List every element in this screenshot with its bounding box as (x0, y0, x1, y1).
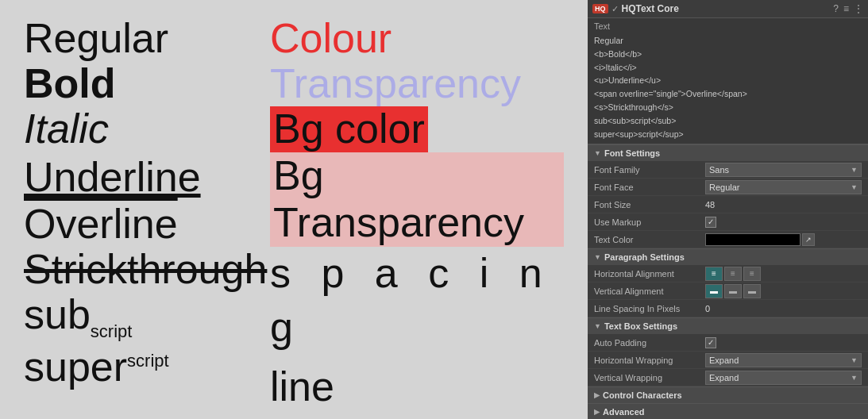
auto-padding-label: Auto Padding (594, 338, 705, 348)
v-align-middle-btn[interactable]: ▬ (724, 284, 742, 298)
text-color-row: Text Color ↗ (588, 231, 868, 248)
font-settings-arrow: ▼ (594, 149, 601, 157)
paragraph-settings-label: Paragraph Settings (604, 252, 685, 262)
font-face-dropdown[interactable]: Regular ▼ (705, 180, 862, 194)
font-family-row: Font Family Sans ▼ (588, 161, 868, 179)
h-align-label: Horizontal Alignment (594, 269, 705, 279)
text-demo: Regular Bold Italic Underline Overline S… (24, 16, 564, 419)
header-icons: ? ≡ ⋮ (833, 3, 863, 14)
demo-regular: Regular (24, 16, 270, 61)
font-size-label: Font Size (594, 200, 705, 210)
demo-strikethrough: Strickthrough (24, 247, 270, 292)
text-lines: Regular <b>Bold</b> <i>Italic</i> <u>Und… (594, 34, 862, 140)
panel-title: HQText Core (622, 3, 831, 14)
h-align-left-btn[interactable]: ≡ (705, 267, 723, 281)
left-panel: Regular Bold Italic Underline Overline S… (0, 0, 588, 419)
lock-icon[interactable]: ≡ (843, 3, 849, 14)
font-size-row: Font Size 48 (588, 196, 868, 213)
text-content-area: Text Regular <b>Bold</b> <i>Italic</i> <… (588, 18, 868, 144)
h-wrapping-label: Horizontal Wrapping (594, 356, 705, 365)
auto-padding-value: ✓ (705, 337, 862, 348)
h-wrapping-dropdown-arrow: ▼ (851, 356, 858, 364)
menu-icon[interactable]: ⋮ (854, 3, 863, 14)
font-face-dropdown-arrow: ▼ (851, 183, 858, 191)
control-chars-arrow: ▶ (594, 391, 600, 399)
demo-spacing: s p a c i n g (270, 247, 564, 354)
v-align-label: Vertical Alignment (594, 286, 705, 296)
demo-italic: Italic (24, 106, 270, 152)
h-align-right-btn[interactable]: ≡ (743, 267, 761, 281)
advanced-header[interactable]: ▶ Advanced (588, 403, 868, 419)
hq-logo: HQ (592, 4, 608, 13)
right-panel: HQ ✓ HQText Core ? ≡ ⋮ Text Regular <b>B… (588, 0, 868, 419)
h-align-value: ≡ ≡ ≡ (705, 267, 862, 281)
col-left: Regular Bold Italic Underline Overline S… (24, 16, 270, 419)
h-align-buttons: ≡ ≡ ≡ (705, 267, 761, 281)
h-align-row: Horizontal Alignment ≡ ≡ ≡ (588, 265, 868, 283)
demo-overline: Overline (24, 202, 270, 247)
use-markup-value: ✓ (705, 217, 862, 228)
v-wrapping-dropdown[interactable]: Expand ▼ (705, 371, 862, 385)
font-size-number: 48 (705, 200, 715, 210)
h-align-center-btn[interactable]: ≡ (724, 267, 742, 281)
paragraph-settings-arrow: ▼ (594, 253, 601, 261)
demo-line: line (270, 354, 564, 419)
font-family-dropdown-arrow: ▼ (851, 166, 858, 174)
font-family-label: Font Family (594, 165, 705, 175)
font-settings-header[interactable]: ▼ Font Settings (588, 144, 868, 161)
advanced-arrow: ▶ (594, 408, 600, 416)
h-wrapping-row: Horizontal Wrapping Expand ▼ (588, 352, 868, 369)
text-color-value: ↗ (705, 233, 862, 246)
v-align-top-btn[interactable]: ▬ (705, 284, 723, 298)
font-face-label: Font Face (594, 183, 705, 192)
text-color-swatch[interactable] (705, 233, 800, 246)
auto-padding-row: Auto Padding ✓ (588, 334, 868, 352)
line-spacing-label: Line Spacing In Pixels (594, 304, 705, 313)
line-spacing-value: 0 (705, 304, 862, 313)
font-family-dropdown[interactable]: Sans ▼ (705, 163, 862, 177)
demo-sub: subscript (24, 292, 270, 342)
h-wrapping-value: Expand ▼ (705, 353, 862, 367)
v-align-value: ▬ ▬ ▬ (705, 284, 862, 298)
col-right: Colour Transparency Bg color Bg Transpar… (270, 16, 564, 419)
textbox-settings-label: Text Box Settings (604, 321, 677, 331)
v-wrapping-label: Vertical Wrapping (594, 373, 705, 382)
demo-super: superscript (24, 342, 270, 391)
demo-bold: Bold (24, 61, 270, 106)
panel-header: HQ ✓ HQText Core ? ≡ ⋮ (588, 0, 868, 18)
v-align-row: Vertical Alignment ▬ ▬ ▬ (588, 283, 868, 300)
demo-colour: Colour (270, 16, 564, 61)
help-icon[interactable]: ? (833, 3, 839, 14)
v-wrapping-row: Vertical Wrapping Expand ▼ (588, 369, 868, 386)
text-color-label: Text Color (594, 235, 705, 244)
text-label: Text (594, 21, 862, 31)
font-face-row: Font Face Regular ▼ (588, 179, 868, 196)
h-wrapping-dropdown[interactable]: Expand ▼ (705, 353, 862, 367)
use-markup-checkbox[interactable]: ✓ (705, 217, 716, 228)
line-spacing-number: 0 (705, 304, 710, 313)
v-align-bottom-btn[interactable]: ▬ (743, 284, 761, 298)
v-align-buttons: ▬ ▬ ▬ (705, 284, 761, 298)
advanced-label: Advanced (603, 407, 645, 417)
demo-transparency: Transparency (270, 61, 564, 106)
demo-underline: Underline (24, 152, 270, 202)
line-spacing-row: Line Spacing In Pixels 0 (588, 300, 868, 317)
paragraph-settings-header[interactable]: ▼ Paragraph Settings (588, 248, 868, 265)
control-chars-header[interactable]: ▶ Control Characters (588, 386, 868, 403)
v-wrapping-value: Expand ▼ (705, 371, 862, 385)
use-markup-row: Use Markup ✓ (588, 213, 868, 231)
auto-padding-checkbox[interactable]: ✓ (705, 337, 716, 348)
v-wrapping-dropdown-arrow: ▼ (851, 374, 858, 382)
checkmark-icon: ✓ (611, 4, 619, 14)
color-picker-btn[interactable]: ↗ (802, 233, 815, 246)
textbox-settings-arrow: ▼ (594, 322, 601, 330)
textbox-settings-header[interactable]: ▼ Text Box Settings (588, 317, 868, 334)
font-size-value: 48 (705, 200, 862, 210)
font-settings-label: Font Settings (604, 148, 660, 158)
control-chars-label: Control Characters (603, 390, 682, 400)
use-markup-label: Use Markup (594, 217, 705, 227)
demo-bgcolor: Bg color (270, 106, 428, 152)
font-face-value: Regular ▼ (705, 180, 862, 194)
demo-bg-transparency: Bg Transparency (270, 152, 564, 248)
font-family-value: Sans ▼ (705, 163, 862, 177)
